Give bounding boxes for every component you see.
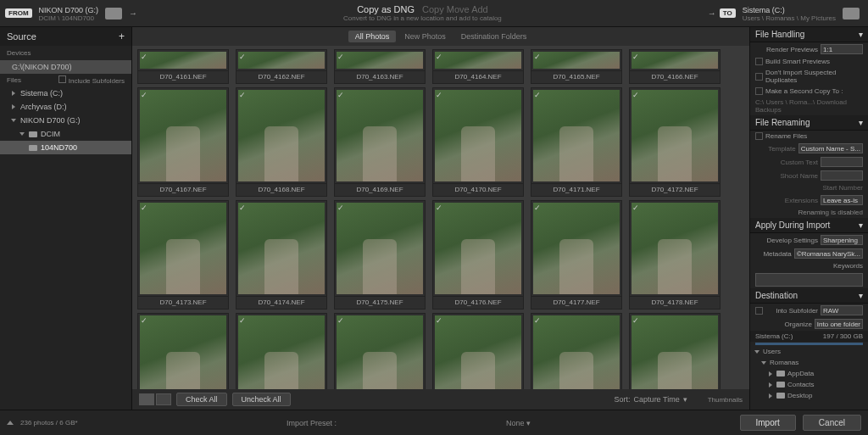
thumb-checkmark-icon[interactable]: ✓ — [141, 53, 147, 61]
cancel-button[interactable]: Cancel — [803, 415, 861, 431]
check-all-button[interactable]: Check All — [176, 393, 227, 406]
thumb-checkmark-icon[interactable]: ✓ — [534, 91, 541, 99]
thumb-checkmark-icon[interactable]: ✓ — [632, 204, 639, 212]
folder-item-selected[interactable]: 104ND700 — [0, 141, 131, 154]
render-previews-select[interactable]: 1:1 — [821, 44, 863, 54]
thumbnail-cell[interactable]: ✓D70_4172.NEF — [629, 87, 721, 197]
thumb-checkmark-icon[interactable]: ✓ — [337, 316, 344, 325]
thumb-checkmark-icon[interactable]: ✓ — [534, 316, 541, 325]
thumbnail-cell[interactable]: ✓D70_4166.NEF — [629, 49, 721, 84]
thumbnail-image[interactable] — [238, 52, 325, 69]
drive-item[interactable]: Archyvas (D:) — [0, 100, 131, 114]
thumbnail-image[interactable] — [533, 315, 620, 389]
thumb-checkmark-icon[interactable]: ✓ — [141, 91, 147, 99]
thumb-checkmark-icon[interactable]: ✓ — [534, 53, 541, 61]
tree-item-users[interactable]: Users — [750, 346, 868, 357]
thumbnail-image[interactable] — [632, 90, 718, 181]
thumbnail-cell[interactable]: ✓D70_4167.NEF — [137, 87, 229, 197]
thumbnail-image[interactable] — [632, 315, 718, 389]
thumbnail-cell[interactable]: ✓D70_4163.NEF — [334, 49, 426, 84]
thumbnail-cell[interactable]: ✓D70_4177.NEF — [531, 200, 622, 310]
thumb-checkmark-icon[interactable]: ✓ — [436, 91, 442, 99]
sort-dropdown[interactable]: Capture Time — [634, 395, 680, 404]
thumb-checkmark-icon[interactable]: ✓ — [436, 53, 442, 61]
from-location[interactable]: FROM NIKON D700 (G:) DCIM \ 104ND700 → — [5, 5, 137, 22]
thumb-checkmark-icon[interactable]: ✓ — [534, 204, 541, 212]
thumb-checkmark-icon[interactable]: ✓ — [436, 204, 442, 212]
thumbnail-cell[interactable]: ✓D70_4169.NEF — [334, 87, 426, 197]
build-smart-previews-checkbox[interactable] — [755, 58, 763, 65]
thumb-checkmark-icon[interactable]: ✓ — [632, 316, 639, 325]
loupe-view-icon[interactable] — [156, 393, 171, 405]
thumbnail-cell[interactable]: ✓D70_4164.NEF — [432, 49, 524, 84]
dont-import-duplicates-checkbox[interactable] — [755, 73, 763, 81]
thumbnail-cell[interactable]: ✓D70_4175.NEF — [334, 200, 426, 310]
grid-view-icon[interactable] — [139, 393, 154, 405]
thumbnail-cell[interactable]: ✓D70_4179.NEF — [137, 313, 229, 389]
thumb-checkmark-icon[interactable]: ✓ — [337, 53, 344, 61]
thumbnail-image[interactable] — [533, 52, 620, 69]
custom-text-input[interactable] — [821, 157, 863, 167]
thumbnail-image[interactable] — [632, 203, 718, 294]
thumbnail-image[interactable] — [140, 203, 226, 294]
plus-icon[interactable]: + — [119, 31, 125, 42]
import-preset-value[interactable]: None ▾ — [506, 419, 531, 427]
thumbnail-cell[interactable]: ✓D70_4162.NEF — [236, 49, 327, 84]
into-subfolder-checkbox[interactable] — [755, 307, 763, 315]
thumb-checkmark-icon[interactable]: ✓ — [337, 91, 344, 99]
develop-settings-select[interactable]: Sharpening — [821, 235, 863, 245]
drive-item[interactable]: Sistema (C:) — [0, 86, 131, 100]
thumb-checkmark-icon[interactable]: ✓ — [239, 91, 246, 99]
thumbnail-image[interactable] — [337, 52, 423, 69]
thumbnail-cell[interactable]: ✓D70_4180.NEF — [236, 313, 327, 389]
thumb-checkmark-icon[interactable]: ✓ — [239, 316, 246, 325]
thumbnail-image[interactable] — [238, 315, 325, 389]
thumbnail-cell[interactable]: ✓D70_4165.NEF — [531, 49, 622, 84]
thumbnail-cell[interactable]: ✓D70_4182.NEF — [432, 313, 524, 389]
thumbnail-image[interactable] — [337, 203, 423, 294]
expand-icon[interactable] — [7, 421, 14, 425]
thumbnail-cell[interactable]: ✓D70_4181.NEF — [334, 313, 426, 389]
drive-item[interactable]: NIKON D700 (G:) — [0, 114, 131, 127]
metadata-select[interactable]: ©Romanas NarySk... — [794, 248, 863, 259]
thumbnail-image[interactable] — [435, 52, 521, 69]
thumbnail-image[interactable] — [140, 52, 226, 69]
thumbnail-image[interactable] — [337, 90, 423, 181]
thumbnail-image[interactable] — [533, 203, 620, 294]
tab-all-photos[interactable]: All Photos — [348, 31, 397, 42]
thumbnail-image[interactable] — [140, 90, 226, 181]
to-location[interactable]: → TO Sistema (C:) Users \ Romanas \ My P… — [708, 5, 863, 22]
rename-files-checkbox[interactable] — [755, 132, 763, 140]
uncheck-all-button[interactable]: Uncheck All — [232, 393, 291, 406]
into-subfolder-input[interactable]: RAW — [821, 305, 863, 315]
thumbnail-image[interactable] — [238, 203, 325, 294]
thumbnail-image[interactable] — [435, 90, 521, 181]
file-handling-header[interactable]: File Handling▾ — [750, 27, 868, 42]
include-subfolders-checkbox[interactable] — [58, 75, 66, 83]
folder-item[interactable]: DCIM — [0, 127, 131, 141]
thumbnail-cell[interactable]: ✓D70_4174.NEF — [236, 200, 327, 310]
extensions-select[interactable]: Leave as-is — [821, 195, 863, 205]
destination-header[interactable]: Destination▾ — [750, 288, 868, 304]
thumb-checkmark-icon[interactable]: ✓ — [239, 53, 246, 61]
file-renaming-header[interactable]: File Renaming▾ — [750, 115, 868, 131]
thumbnail-cell[interactable]: ✓D70_4173.NEF — [137, 200, 229, 310]
thumb-checkmark-icon[interactable]: ✓ — [632, 53, 639, 61]
thumb-checkmark-icon[interactable]: ✓ — [632, 91, 639, 99]
thumb-checkmark-icon[interactable]: ✓ — [239, 204, 246, 212]
shoot-name-input[interactable] — [821, 170, 863, 181]
thumbnail-grid[interactable]: ✓D70_4161.NEF✓D70_4162.NEF✓D70_4163.NEF✓… — [132, 46, 749, 389]
thumbnail-cell[interactable]: ✓D70_4170.NEF — [432, 87, 524, 197]
import-mode-title[interactable]: Copy as DNG — [357, 4, 415, 14]
source-header[interactable]: Source + — [0, 27, 131, 46]
thumbnail-image[interactable] — [238, 90, 325, 181]
thumbnail-cell[interactable]: ✓D70_4161.NEF — [137, 49, 229, 84]
thumbnail-image[interactable] — [435, 315, 521, 389]
apply-during-import-header[interactable]: Apply During Import▾ — [750, 218, 868, 233]
thumb-checkmark-icon[interactable]: ✓ — [141, 316, 147, 325]
thumb-checkmark-icon[interactable]: ✓ — [141, 204, 147, 212]
tab-destination-folders[interactable]: Destination Folders — [454, 31, 534, 42]
organize-select[interactable]: Into one folder — [815, 319, 863, 329]
thumbnail-cell[interactable]: ✓D70_4185.NEF — [629, 313, 721, 389]
thumbnail-cell[interactable]: ✓D70_4176.NEF — [432, 200, 524, 310]
